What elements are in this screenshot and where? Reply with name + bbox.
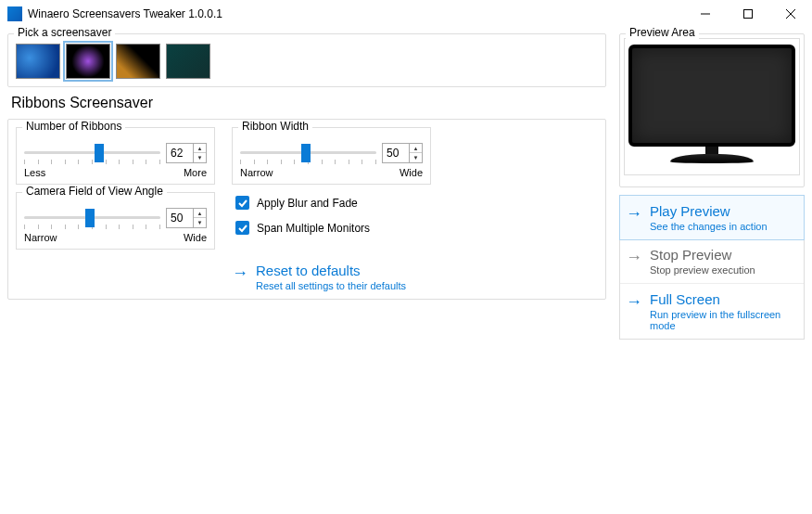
fov-legend: Camera Field of View Angle bbox=[22, 185, 167, 198]
settings-panel: Number of Ribbons ▲▼ bbox=[7, 119, 606, 300]
maximize-button[interactable] bbox=[727, 0, 769, 28]
num-ribbons-legend: Number of Ribbons bbox=[22, 120, 125, 133]
stop-preview-link[interactable]: → Stop Preview Stop preview execution bbox=[620, 239, 804, 283]
spinner-up-icon[interactable]: ▲ bbox=[194, 209, 206, 218]
stop-sub: Stop preview execution bbox=[650, 264, 755, 276]
checkbox-checked-icon bbox=[235, 196, 249, 210]
arrow-right-icon: → bbox=[626, 249, 642, 265]
checkbox-checked-icon bbox=[235, 221, 249, 235]
span-monitors-checkbox[interactable]: Span Multiple Monitors bbox=[235, 221, 598, 235]
screensaver-thumb[interactable] bbox=[166, 44, 210, 79]
arrow-right-icon: → bbox=[232, 264, 248, 281]
number-of-ribbons-group: Number of Ribbons ▲▼ bbox=[16, 127, 215, 185]
spinner-up-icon[interactable]: ▲ bbox=[194, 144, 206, 153]
checkbox-label: Apply Blur and Fade bbox=[257, 197, 358, 210]
full-screen-link[interactable]: → Full Screen Run preview in the fullscr… bbox=[620, 284, 804, 339]
checkbox-label: Span Multiple Monitors bbox=[257, 222, 370, 235]
fov-input[interactable]: ▲▼ bbox=[166, 208, 207, 228]
svg-rect-1 bbox=[744, 10, 753, 19]
minimize-button[interactable] bbox=[684, 0, 727, 28]
screensaver-title: Ribbons Screensaver bbox=[11, 95, 606, 111]
screensaver-thumb[interactable] bbox=[66, 44, 110, 79]
play-title: Play Preview bbox=[650, 203, 768, 219]
titlebar: Winaero Screensavers Tweaker 1.0.0.1 bbox=[0, 0, 812, 28]
window-title: Winaero Screensavers Tweaker 1.0.0.1 bbox=[28, 7, 222, 20]
screensaver-picker: Pick a screensaver bbox=[7, 33, 606, 87]
spinner-down-icon[interactable]: ▼ bbox=[194, 153, 206, 162]
reset-defaults-link[interactable]: → Reset to defaults Reset all settings t… bbox=[232, 263, 598, 291]
full-sub: Run preview in the fullscreen mode bbox=[650, 309, 798, 331]
arrow-right-icon: → bbox=[626, 205, 642, 222]
reset-sub: Reset all settings to their defaults bbox=[256, 280, 406, 291]
screensaver-thumb[interactable] bbox=[16, 44, 60, 79]
stop-title: Stop Preview bbox=[650, 247, 755, 263]
slider-label-right: Wide bbox=[184, 232, 207, 243]
apply-blur-checkbox[interactable]: Apply Blur and Fade bbox=[235, 196, 598, 210]
slider-label-left: Narrow bbox=[240, 167, 273, 178]
preview-actions: → Play Preview See the changes in action… bbox=[619, 195, 805, 340]
spinner-down-icon[interactable]: ▼ bbox=[410, 153, 422, 162]
picker-legend: Pick a screensaver bbox=[14, 26, 115, 39]
slider-label-right: More bbox=[184, 167, 207, 178]
ribbon-width-group: Ribbon Width ▲▼ Na bbox=[232, 127, 431, 185]
num-ribbons-slider[interactable] bbox=[24, 141, 160, 165]
fov-slider[interactable] bbox=[24, 206, 160, 230]
spinner-up-icon[interactable]: ▲ bbox=[410, 144, 422, 153]
slider-label-right: Wide bbox=[400, 167, 423, 178]
full-title: Full Screen bbox=[650, 291, 798, 307]
arrow-right-icon: → bbox=[626, 293, 642, 310]
ribbon-width-slider[interactable] bbox=[240, 141, 376, 165]
screensaver-thumb[interactable] bbox=[116, 44, 160, 79]
ribbon-width-legend: Ribbon Width bbox=[238, 120, 312, 133]
preview-monitor-icon bbox=[628, 45, 795, 169]
play-preview-link[interactable]: → Play Preview See the changes in action bbox=[620, 196, 804, 239]
spinner-down-icon[interactable]: ▼ bbox=[194, 218, 206, 227]
app-icon bbox=[7, 6, 22, 21]
fov-group: Camera Field of View Angle ▲▼ bbox=[16, 192, 215, 250]
preview-area: Preview Area bbox=[619, 33, 805, 187]
slider-label-left: Less bbox=[24, 167, 45, 178]
play-sub: See the changes in action bbox=[650, 221, 768, 232]
close-button[interactable] bbox=[769, 0, 812, 28]
slider-label-left: Narrow bbox=[24, 232, 57, 243]
preview-legend: Preview Area bbox=[626, 26, 699, 39]
num-ribbons-input[interactable]: ▲▼ bbox=[166, 143, 207, 163]
reset-title: Reset to defaults bbox=[256, 263, 406, 278]
ribbon-width-input[interactable]: ▲▼ bbox=[382, 143, 423, 163]
